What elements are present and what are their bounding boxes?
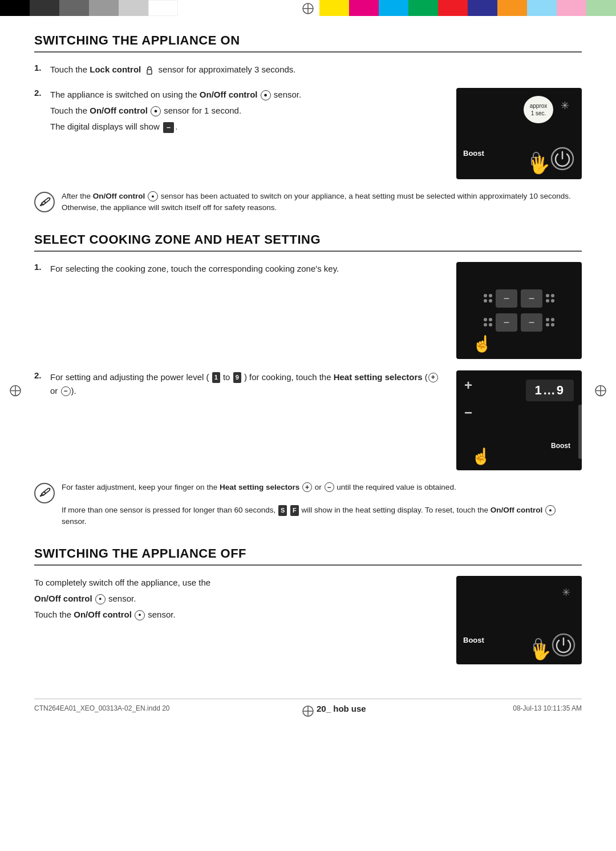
step-1-2-text: The appliance is switched on using the O…	[50, 88, 445, 136]
plus-btn: +	[464, 377, 472, 393]
step-1-1: 1. Touch the Lock control sensor for app…	[34, 63, 582, 79]
error-icon-f: F	[290, 505, 299, 516]
color-swatch-pink	[557, 0, 586, 16]
step-2-2-number: 2.	[34, 370, 50, 380]
note-icon-1: 🖊	[34, 192, 55, 212]
section3-with-image: To completely switch off the appliance, …	[34, 576, 582, 664]
off-panel: ✳ Boost 🖐	[456, 576, 582, 664]
step-2-1-text: For selecting the cooking zone, touch th…	[50, 262, 445, 278]
off-panel-power-button	[551, 632, 576, 658]
zone-dots-bl	[484, 318, 492, 326]
step-1-2-content: The appliance is switched on using the O…	[50, 88, 582, 179]
onoff-bold-4: On/Off control	[74, 610, 132, 619]
color-swatch-magenta	[349, 0, 379, 16]
zone-row-2: – –	[484, 313, 554, 332]
approx-line2: 1 sec.	[531, 110, 546, 117]
error-icon-s: S	[278, 505, 287, 516]
note-icon-2: 🖊	[34, 483, 55, 503]
step-1-2-number: 2.	[34, 88, 50, 98]
zone-dash-btn-1: –	[496, 289, 517, 308]
zone-dash-btn-4: –	[521, 313, 542, 332]
color-swatch-red	[438, 0, 468, 16]
minus-circle-note: −	[325, 482, 334, 492]
off-hand: 🖐	[531, 642, 551, 661]
boost-panel-1: approx 1 sec. ✳ Boost	[456, 88, 582, 179]
power-icon-from: 1	[212, 372, 220, 384]
color-swatch-orange	[497, 0, 527, 16]
power-icon-to: 9	[233, 372, 241, 384]
step-1-1-text: Touch the Lock control sensor for approx…	[50, 63, 582, 76]
step-2-1: 1. For selecting the cooking zone, touch…	[34, 262, 582, 359]
step-2-2-content: For setting and adjusting the power leve…	[50, 370, 582, 470]
section3-line3: Touch the On/Off control ● sensor.	[34, 608, 445, 622]
power-icon-note: ●	[148, 191, 158, 201]
section3-line1: To completely switch off the appliance, …	[34, 576, 445, 590]
note-box-1: 🖊 After the On/Off control ● sensor has …	[34, 188, 582, 216]
page-content: SWITCHING THE APPLIANCE ON 1. Touch the …	[0, 16, 616, 736]
minus-circle: −	[61, 386, 71, 396]
step-1-2-line1: The appliance is switched on using the O…	[50, 88, 445, 102]
footer-page-label: _ hob use	[326, 704, 366, 713]
power-icon-note2: ●	[545, 505, 556, 515]
color-swatch-dark-gray	[30, 0, 59, 16]
power-icon-1: ●	[261, 90, 271, 100]
panel-hand-1: 🖐	[529, 155, 550, 175]
step-1-2-line2: Touch the On/Off control ● sensor for 1 …	[50, 104, 445, 118]
boost-label-1: Boost	[463, 149, 484, 158]
color-swatch-light-green	[586, 0, 616, 16]
to-text: to	[223, 372, 233, 382]
footer-date-info: 08-Jul-13 10:11:35 AM	[513, 704, 582, 712]
section-title-switching-on: SWITCHING THE APPLIANCE ON	[34, 33, 582, 48]
plus-circle-note: +	[302, 482, 312, 492]
grayscale-bar	[0, 0, 178, 16]
color-swatch-white	[148, 0, 178, 16]
step-1-2-line3: The digital displays will show –.	[50, 120, 445, 134]
svg-rect-9	[147, 70, 152, 74]
step-2-1-with-image: For selecting the cooking zone, touch th…	[50, 262, 582, 359]
step-1-2: 2. The appliance is switched on using th…	[34, 88, 582, 179]
section-title-switching-off: SWITCHING THE APPLIANCE OFF	[34, 546, 582, 561]
zone-dash-btn-3: –	[496, 313, 517, 332]
section-cooking-zone: SELECT COOKING ZONE AND HEAT SETTING 1. …	[34, 232, 582, 530]
section3-text: To completely switch off the appliance, …	[34, 576, 445, 624]
section1-steps: 1. Touch the Lock control sensor for app…	[34, 63, 582, 179]
approx-bubble: approx 1 sec.	[524, 96, 553, 123]
step-2-1-para: For selecting the cooking zone, touch th…	[50, 262, 445, 276]
step-1-1-content: Touch the Lock control sensor for approx…	[50, 63, 582, 79]
display-dash: –	[163, 122, 174, 133]
power-icon-3: ●	[95, 594, 106, 604]
step-2-1-content: For selecting the cooking zone, touch th…	[50, 262, 582, 359]
lock-icon	[144, 65, 155, 75]
off-spark: ✳	[562, 586, 570, 599]
footer-line	[34, 699, 582, 699]
step-1-1-number: 1.	[34, 63, 50, 72]
top-color-bar	[0, 0, 616, 16]
step-1-2-with-image: The appliance is switched on using the O…	[50, 88, 582, 179]
section-divider-2	[34, 251, 582, 252]
color-swatch-blue	[468, 0, 497, 16]
onoff-bold-1: On/Off control	[200, 90, 258, 99]
power-icon-4: ●	[135, 610, 145, 620]
section3-line2: On/Off control ● sensor.	[34, 592, 445, 606]
color-swatch-yellow	[319, 0, 349, 16]
heat-panel: + − 1…9 Boost ☝	[456, 370, 582, 470]
color-bar	[319, 0, 616, 16]
color-swatch-light-gray	[89, 0, 119, 16]
zone-hand: ☝	[472, 334, 492, 353]
off-boost-label: Boost	[463, 636, 484, 644]
step-2-2-para: For setting and adjusting the power leve…	[50, 370, 445, 398]
minus-btn: −	[464, 405, 472, 421]
color-swatch-light-blue	[527, 0, 557, 16]
spark-icon-1: ✳	[561, 99, 569, 112]
footer-file-info: CTN264EA01_XEO_00313A-02_EN.indd 20	[34, 704, 170, 712]
zone-row-1: – –	[484, 289, 554, 308]
zone-dots-br	[546, 318, 554, 326]
color-swatch-medium-gray	[59, 0, 89, 16]
heat-display: 1…9	[526, 380, 574, 401]
color-swatch-black	[0, 0, 30, 16]
plus-circle: +	[428, 373, 438, 382]
heat-side-bar	[578, 405, 582, 459]
color-swatch-very-light-gray	[119, 0, 148, 16]
note-text-2: For faster adjustment, keep your finger …	[62, 482, 582, 528]
onoff-bold-3: On/Off control	[34, 594, 92, 603]
